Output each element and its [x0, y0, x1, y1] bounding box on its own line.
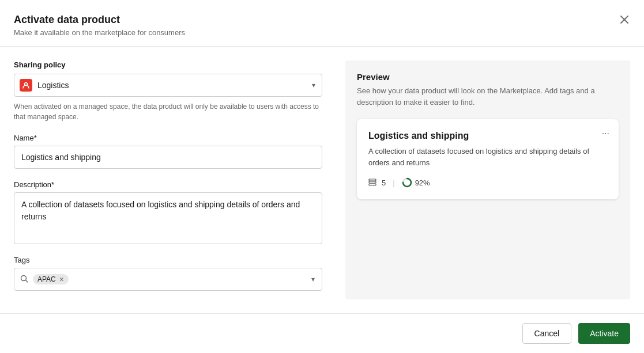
description-field-group: Description* [14, 180, 322, 244]
modal-title: Activate data product [14, 14, 630, 26]
preview-section: Preview See how your data product will l… [357, 72, 619, 199]
preview-description: See how your data product will look on t… [357, 85, 619, 108]
tags-field-group: Tags APAC × ▾ [14, 256, 322, 291]
right-panel: Preview See how your data product will l… [345, 60, 630, 299]
sharing-policy-icon [20, 79, 32, 92]
tag-remove-button[interactable]: × [59, 275, 64, 283]
close-button[interactable] [616, 12, 632, 28]
description-input[interactable] [14, 192, 322, 244]
search-icon [20, 275, 28, 284]
preview-card-title: Logistics and shipping [368, 131, 607, 141]
description-label: Description* [14, 180, 322, 189]
sharing-policy-label: Sharing policy [14, 60, 322, 69]
tags-input-wrapper[interactable]: APAC × ▾ [14, 268, 322, 291]
tag-label: APAC [37, 275, 56, 283]
dataset-count-meta: 5 [368, 177, 386, 188]
modal-subtitle: Make it available on the marketplace for… [14, 28, 630, 37]
preview-card-meta: 5 | 92% [368, 177, 607, 188]
tag-apac: APAC × [33, 274, 69, 284]
sharing-policy-select-wrapper: Logistics ▾ [14, 74, 322, 97]
preview-card: ··· Logistics and shipping A collection … [357, 119, 619, 199]
name-field-group: Name* [14, 134, 322, 169]
quality-percent: 92% [415, 179, 430, 187]
modal-header: Activate data product Make it available … [0, 0, 644, 47]
svg-rect-3 [369, 181, 376, 183]
dataset-icon [368, 177, 379, 188]
quality-circle-icon [402, 177, 412, 188]
sharing-policy-select[interactable]: Logistics [14, 74, 322, 97]
modal-body: Sharing policy Logistics ▾ When activate… [0, 47, 644, 313]
sharing-policy-field: Sharing policy Logistics ▾ When activate… [14, 60, 322, 122]
sharing-policy-helper: When activated on a managed space, the d… [14, 101, 322, 122]
activate-button[interactable]: Activate [578, 323, 630, 344]
tags-chevron-icon: ▾ [311, 275, 315, 283]
preview-card-description: A collection of datasets focused on logi… [368, 146, 607, 168]
cancel-button[interactable]: Cancel [522, 323, 572, 344]
name-input[interactable] [14, 146, 322, 169]
activate-modal: Activate data product Make it available … [0, 0, 644, 353]
meta-divider: | [393, 179, 394, 187]
svg-rect-2 [369, 179, 376, 181]
left-panel: Sharing policy Logistics ▾ When activate… [14, 60, 322, 299]
tags-label: Tags [14, 256, 322, 264]
more-options-button[interactable]: ··· [602, 128, 609, 139]
dataset-count: 5 [382, 179, 386, 187]
quality-meta: 92% [402, 177, 430, 188]
name-label: Name* [14, 134, 322, 142]
modal-footer: Cancel Activate [0, 313, 644, 353]
svg-rect-4 [369, 184, 376, 185]
preview-title: Preview [357, 72, 619, 82]
